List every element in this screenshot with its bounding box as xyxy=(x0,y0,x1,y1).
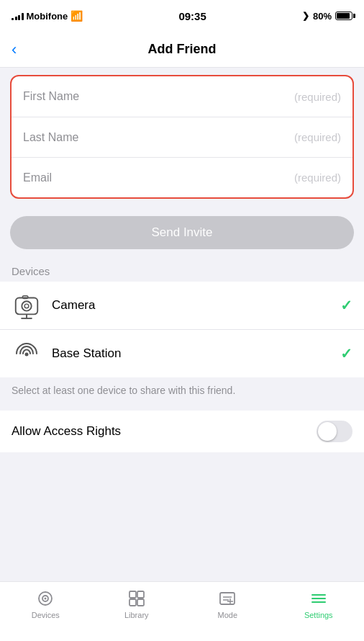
bottom-nav: Devices Library Mode xyxy=(0,581,364,641)
nav-label-mode: Mode xyxy=(217,611,237,619)
battery-icon xyxy=(335,12,352,20)
email-label: Email xyxy=(23,171,52,184)
invite-section: Send Invite xyxy=(0,206,364,259)
base-station-check-icon: ✓ xyxy=(340,345,352,362)
carrier-name: Mobifone xyxy=(27,11,68,22)
email-field[interactable]: Email (required) xyxy=(12,157,352,197)
nav-item-library[interactable]: Library xyxy=(115,589,158,619)
last-name-label: Last Name xyxy=(23,131,78,144)
base-station-icon xyxy=(12,339,42,369)
toggle-thumb xyxy=(318,422,337,441)
svg-rect-14 xyxy=(220,593,235,604)
svg-rect-11 xyxy=(137,591,144,598)
camera-check-icon: ✓ xyxy=(340,297,352,314)
devices-nav-icon xyxy=(36,589,55,608)
nav-label-library: Library xyxy=(124,611,149,619)
first-name-label: First Name xyxy=(23,90,79,103)
status-bar: Mobifone 📶 09:35 ❯ 80% xyxy=(0,0,364,32)
last-name-required: (required) xyxy=(294,131,341,143)
status-time: 09:35 xyxy=(178,10,206,22)
svg-rect-10 xyxy=(129,591,136,598)
status-left: Mobifone 📶 xyxy=(12,10,83,22)
base-station-device-item[interactable]: Base Station ✓ xyxy=(0,330,364,377)
allow-access-label: Allow Access Rights xyxy=(12,424,121,439)
select-note: Select at least one device to share with… xyxy=(0,377,364,405)
email-required: (required) xyxy=(294,171,341,184)
nav-item-settings[interactable]: Settings xyxy=(297,589,340,619)
page-header: ‹ Add Friend xyxy=(0,32,364,68)
camera-device-name: Camera xyxy=(52,298,340,313)
svg-point-6 xyxy=(25,353,29,357)
allow-access-toggle[interactable] xyxy=(317,421,352,442)
page-title: Add Friend xyxy=(148,42,217,57)
status-right: ❯ 80% xyxy=(302,11,352,22)
svg-rect-0 xyxy=(16,298,37,315)
camera-icon xyxy=(12,290,42,320)
svg-point-2 xyxy=(24,304,29,308)
camera-device-item[interactable]: Camera ✓ xyxy=(0,282,364,329)
base-station-device-name: Base Station xyxy=(52,346,340,361)
nav-item-mode[interactable]: Mode xyxy=(206,589,249,619)
wifi-icon: 📶 xyxy=(70,10,83,22)
nav-item-devices[interactable]: Devices xyxy=(24,589,67,619)
svg-rect-3 xyxy=(22,296,28,299)
svg-point-1 xyxy=(22,301,31,310)
nav-label-settings: Settings xyxy=(304,611,333,619)
settings-nav-icon xyxy=(309,589,328,608)
signal-bars-icon xyxy=(12,12,24,20)
devices-section-label: Devices xyxy=(0,259,364,282)
svg-rect-12 xyxy=(129,599,136,606)
nav-label-devices: Devices xyxy=(32,611,60,619)
first-name-required: (required) xyxy=(294,91,341,103)
device-list: Camera ✓ Base Station ✓ xyxy=(0,282,364,377)
main-content: First Name (required) Last Name (require… xyxy=(0,68,364,581)
svg-point-9 xyxy=(45,598,47,600)
battery-percent: 80% xyxy=(313,11,332,22)
allow-access-row: Allow Access Rights xyxy=(0,411,364,452)
location-icon: ❯ xyxy=(302,11,309,21)
mode-nav-icon xyxy=(218,589,237,608)
last-name-field[interactable]: Last Name (required) xyxy=(12,117,352,157)
send-invite-button[interactable]: Send Invite xyxy=(10,216,354,249)
library-nav-icon xyxy=(127,589,146,608)
back-button[interactable]: ‹ xyxy=(12,40,17,59)
svg-rect-13 xyxy=(137,599,144,606)
add-friend-form: First Name (required) Last Name (require… xyxy=(10,75,354,199)
first-name-field[interactable]: First Name (required) xyxy=(12,76,352,117)
